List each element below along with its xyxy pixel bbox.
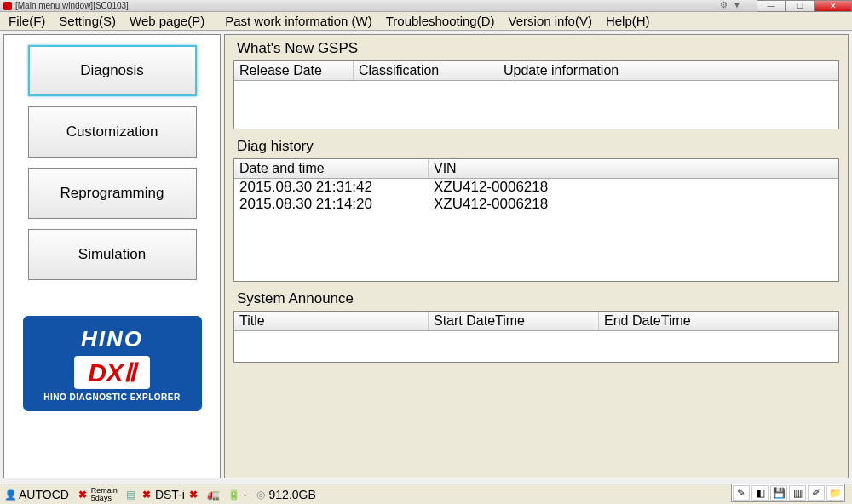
nav-diagnosis[interactable]: Diagnosis (28, 45, 197, 96)
col-release-date[interactable]: Release Date (234, 61, 354, 80)
gear-icon[interactable]: ⚙ (720, 0, 728, 9)
server-icon: ▤ (124, 488, 138, 501)
warning-icon: ✖ (76, 488, 89, 501)
whats-new-title: What's New GSPS (233, 40, 839, 57)
battery-icon: 🔋 (227, 488, 241, 501)
menu-setting[interactable]: Setting(S) (52, 14, 123, 28)
table-row[interactable]: 2015.08.30 21:31:42 XZU412-0006218 (234, 179, 838, 196)
col-update-info[interactable]: Update information (498, 61, 838, 80)
truck-icon: 🚛 (207, 488, 221, 501)
right-panel: What's New GSPS Release Date Classificat… (224, 34, 849, 478)
app-icon (3, 2, 12, 10)
brand-logo: HINO DXⅡ HINO DIAGNOSTIC EXPLORER (23, 316, 202, 411)
col-end-datetime[interactable]: End DateTime (599, 312, 838, 330)
menu-help[interactable]: Help(H) (599, 14, 657, 28)
user-icon: 👤 (3, 488, 17, 501)
aux-window-icons: ⚙ ▼ (720, 0, 741, 9)
logo-subtitle: HINO DIAGNOSTIC EXPLORER (43, 392, 180, 402)
cell-vin: XZU412-0006218 (429, 196, 838, 213)
user-label: AUTOCD (19, 488, 69, 501)
col-vin[interactable]: VIN (429, 159, 838, 178)
menu-pastwork[interactable]: Past work information (W) (218, 14, 379, 28)
col-start-datetime[interactable]: Start DateTime (429, 312, 599, 330)
diag-history-title: Diag history (233, 138, 839, 155)
titlebar: [Main menu window][SC0103] ⚙ ▼ — ☐ ✕ (0, 0, 852, 12)
col-datetime[interactable]: Date and time (234, 159, 429, 178)
logo-product: DXⅡ (74, 356, 150, 389)
nav-simulation[interactable]: Simulation (28, 229, 197, 280)
tool-palette: ✎ ◧ 💾 ▥ ✐ 📁 (731, 484, 845, 502)
menu-webpage[interactable]: Web page(P) (123, 14, 211, 28)
status-remain: ✖ Remain 5days (76, 487, 118, 502)
pen-icon[interactable]: ✎ (733, 485, 750, 501)
eraser-icon[interactable]: ◧ (751, 485, 769, 501)
disk-size: 912.0GB (269, 488, 316, 501)
x-icon: ✖ (140, 488, 153, 501)
nav-reprogramming[interactable]: Reprogramming (28, 168, 197, 219)
close-button[interactable]: ✕ (815, 0, 852, 12)
status-disk: ◎ 912.0GB (254, 488, 316, 501)
whats-new-table[interactable]: Release Date Classification Update infor… (233, 60, 839, 129)
dst-label: DST-i (155, 488, 185, 501)
table-row[interactable]: 2015.08.30 21:14:20 XZU412-0006218 (234, 196, 838, 213)
battery-dash: - (243, 488, 247, 501)
col-classification[interactable]: Classification (354, 61, 498, 80)
window-title: [Main menu window][SC0103] (15, 1, 129, 10)
logo-brand: HINO (81, 326, 143, 352)
system-announce-title: System Announce (233, 290, 839, 307)
left-panel: Diagnosis Customization Reprogramming Si… (3, 34, 221, 478)
save-icon[interactable]: 💾 (770, 485, 787, 501)
cell-datetime: 2015.08.30 21:14:20 (234, 196, 429, 213)
system-announce-table[interactable]: Title Start DateTime End DateTime (233, 311, 839, 363)
status-battery: 🔋 - (227, 488, 247, 501)
cell-datetime: 2015.08.30 21:31:42 (234, 179, 429, 196)
status-server: ▤ ✖ DST-i ✖ (124, 488, 200, 501)
remain-days: 5days (91, 494, 112, 502)
menu-troubleshoot[interactable]: Troubleshooting(D) (379, 14, 502, 28)
statusbar: 👤 AUTOCD ✖ Remain 5days ▤ ✖ DST-i ✖ 🚛 🔋 … (0, 484, 852, 504)
status-truck: 🚛 (207, 488, 221, 501)
cell-vin: XZU412-0006218 (429, 179, 838, 196)
maximize-button[interactable]: ☐ (786, 0, 815, 12)
whats-new-section: What's New GSPS Release Date Classificat… (233, 40, 839, 129)
col-title[interactable]: Title (234, 312, 429, 330)
status-user: 👤 AUTOCD (3, 488, 69, 501)
diag-history-section: Diag history Date and time VIN 2015.08.3… (233, 138, 839, 282)
minimize-button[interactable]: — (757, 0, 786, 12)
disk-icon: ◎ (254, 488, 268, 501)
color-icon[interactable]: ▥ (789, 485, 806, 501)
diag-history-table[interactable]: Date and time VIN 2015.08.30 21:31:42 XZ… (233, 158, 839, 282)
x-icon: ✖ (187, 488, 200, 501)
nav-customization[interactable]: Customization (28, 106, 197, 158)
expand-icon[interactable]: ▼ (733, 0, 741, 9)
system-announce-section: System Announce Title Start DateTime End… (233, 290, 839, 363)
folder-icon[interactable]: 📁 (826, 485, 843, 501)
menubar: File(F) Setting(S) Web page(P) Past work… (0, 12, 852, 31)
menu-file[interactable]: File(F) (2, 14, 52, 28)
menu-version[interactable]: Version info(V) (502, 14, 599, 28)
edit-icon[interactable]: ✐ (808, 485, 825, 501)
